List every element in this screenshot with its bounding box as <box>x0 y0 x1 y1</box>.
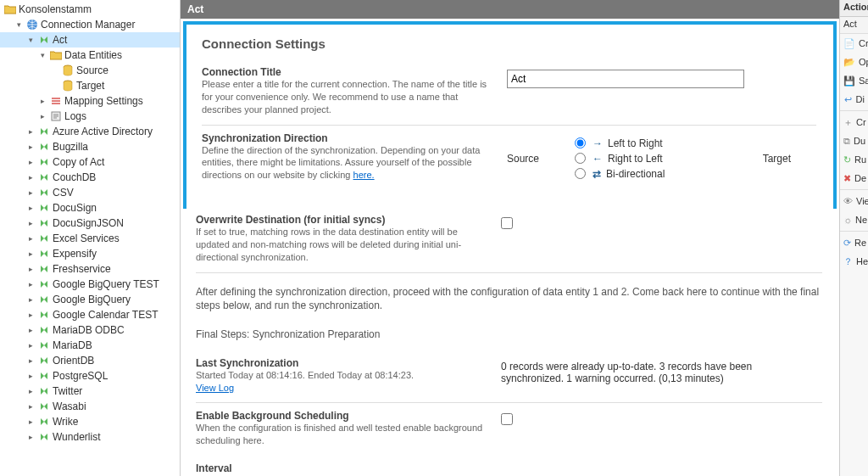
tree-label: Bugzilla <box>53 141 88 153</box>
tree-connection[interactable]: ▸Excel Services <box>0 231 180 246</box>
tree-connection[interactable]: ▸OrientDB <box>0 353 180 368</box>
plug-icon <box>37 323 51 337</box>
tree-connection[interactable]: ▸DocuSignJSON <box>0 216 180 231</box>
action-item[interactable]: 📂Op <box>840 53 868 71</box>
plug-icon <box>37 308 51 322</box>
expand-icon[interactable]: ▸ <box>25 126 36 137</box>
expand-icon[interactable]: ▸ <box>25 401 36 412</box>
titlebar-text: Act <box>187 3 203 15</box>
tree-connection[interactable]: ▸Wasabi <box>0 399 180 414</box>
expand-icon[interactable]: ▸ <box>25 294 36 305</box>
action-icon: ✖ <box>843 171 851 185</box>
expand-icon[interactable]: ▸ <box>25 386 36 396</box>
setting-desc: Please enter a title for the current con… <box>202 78 490 116</box>
tree-mapping[interactable]: ▸ Mapping Settings <box>0 93 180 109</box>
action-item[interactable]: ☼Ne <box>840 210 868 229</box>
expand-icon[interactable]: ▸ <box>25 249 36 259</box>
tree-connection[interactable]: ▸CSV <box>0 185 180 200</box>
action-label: De <box>854 173 866 183</box>
tree-target[interactable]: Target <box>0 78 180 93</box>
expand-icon[interactable]: ▸ <box>25 264 36 274</box>
tree-manager[interactable]: ▾ Connection Manager <box>0 17 180 32</box>
action-item[interactable]: 👁Vie <box>840 192 868 210</box>
expand-icon[interactable]: ▸ <box>25 340 36 350</box>
expand-icon[interactable]: ▸ <box>25 218 36 228</box>
action-item[interactable]: 📄Cr <box>840 34 868 53</box>
tree-connection[interactable]: ▸Google Calendar TEST <box>0 307 180 322</box>
tree-logs[interactable]: ▸ Logs <box>0 109 180 124</box>
log-icon <box>49 109 63 123</box>
plug-icon <box>37 293 51 306</box>
expand-icon[interactable]: ▸ <box>37 111 47 121</box>
radio-rtl-input[interactable] <box>575 153 586 164</box>
tree-source[interactable]: Source <box>0 63 180 78</box>
action-item[interactable]: ✖De <box>840 169 868 188</box>
radio-ltr[interactable]: →Left to Right <box>575 137 665 149</box>
expand-icon[interactable]: ▸ <box>25 310 36 320</box>
expand-icon[interactable]: ▸ <box>25 142 36 152</box>
radio-rtl[interactable]: ←Right to Left <box>575 153 665 165</box>
tree-label: MariaDB <box>53 339 92 351</box>
radio-bidi-input[interactable] <box>575 168 586 179</box>
expand-icon[interactable]: ▸ <box>25 432 36 442</box>
tree-connection[interactable]: ▸Copy of Act <box>0 154 180 170</box>
bg-schedule-checkbox[interactable] <box>501 413 513 425</box>
action-item[interactable]: ↻Ru <box>840 150 868 169</box>
tree-label: Target <box>76 80 104 92</box>
tree-data-entities[interactable]: ▾ Data Entities <box>0 48 180 63</box>
action-item[interactable]: ＋Cr <box>840 113 868 132</box>
expand-icon[interactable]: ▸ <box>25 356 36 366</box>
expand-icon[interactable]: ▸ <box>37 96 47 106</box>
tree-connection[interactable]: ▸Expensify <box>0 246 180 261</box>
overwrite-checkbox[interactable] <box>501 217 513 229</box>
tree-root[interactable]: Konsolenstamm <box>0 2 180 17</box>
tree-act[interactable]: ▾ Act <box>0 32 180 48</box>
expand-icon[interactable]: ▸ <box>25 188 36 198</box>
expand-icon[interactable]: ▸ <box>25 325 36 335</box>
setting-title: Overwrite Destination (for initial syncs… <box>196 214 484 226</box>
tree-connection[interactable]: ▸Wunderlist <box>0 429 180 445</box>
tree-connection[interactable]: ▸DocuSign <box>0 200 180 216</box>
expand-icon[interactable]: ▸ <box>25 172 36 182</box>
radio-label: Left to Right <box>608 137 663 149</box>
tree-connection[interactable]: ▸MariaDB <box>0 338 180 353</box>
tree-label: Source <box>76 64 108 76</box>
tree-panel: Konsolenstamm ▾ Connection Manager ▾ Act… <box>0 0 181 476</box>
radio-bidi[interactable]: ⇄Bi-directional <box>575 168 665 180</box>
action-item[interactable]: ⧉Du <box>840 132 868 150</box>
expand-icon[interactable]: ▸ <box>25 279 36 289</box>
expand-icon[interactable]: ▸ <box>25 417 36 427</box>
tree-connection[interactable]: ▸MariaDB ODBC <box>0 322 180 338</box>
radio-ltr-input[interactable] <box>575 137 586 148</box>
tree-connection[interactable]: ▸Google BigQuery <box>0 292 180 307</box>
tree-connection[interactable]: ▸Azure Active Directory <box>0 124 180 139</box>
plug-icon <box>37 384 51 398</box>
tree-label: Wunderlist <box>53 431 100 443</box>
view-log-link[interactable]: View Log <box>196 383 234 393</box>
expand-icon[interactable]: ▾ <box>25 35 36 45</box>
expand-icon[interactable]: ▸ <box>25 157 36 167</box>
tree-connection[interactable]: ▸CouchDB <box>0 170 180 185</box>
tree-connection[interactable]: ▸Google BigQuery TEST <box>0 277 180 292</box>
expand-icon[interactable]: ▾ <box>37 50 47 60</box>
expand-icon[interactable]: ▸ <box>25 203 36 213</box>
tree-connection[interactable]: ▸Freshservice <box>0 261 180 277</box>
tree-connection[interactable]: ▸Bugzilla <box>0 139 180 154</box>
expand-icon[interactable]: ▸ <box>25 233 36 244</box>
action-item[interactable]: ？He <box>840 252 868 271</box>
tree-label: DocuSign <box>53 202 97 214</box>
connection-title-input[interactable] <box>507 70 744 88</box>
action-item[interactable]: ⟳Re <box>840 233 868 252</box>
action-item[interactable]: ↩Di <box>840 90 868 109</box>
tree-connection[interactable]: ▸PostgreSQL <box>0 368 180 384</box>
tree-label: Act <box>53 34 67 46</box>
cylinder-icon <box>61 79 75 92</box>
tree-connection[interactable]: ▸Wrike <box>0 414 180 429</box>
center-panel: Act Connection Settings Connection Title… <box>181 0 839 476</box>
tree-connection[interactable]: ▸Twitter <box>0 384 180 399</box>
expand-icon[interactable]: ▾ <box>14 20 24 30</box>
expand-icon[interactable]: ▸ <box>25 371 36 381</box>
action-item[interactable]: 💾Sa <box>840 71 868 90</box>
here-link[interactable]: here. <box>353 170 375 180</box>
plug-icon <box>37 232 51 245</box>
